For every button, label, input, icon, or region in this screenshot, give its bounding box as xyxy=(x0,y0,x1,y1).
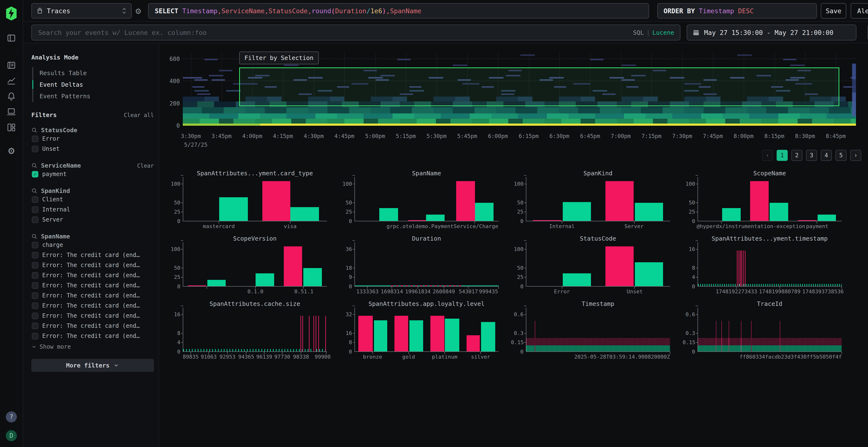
hyperdx-logo-icon[interactable] xyxy=(6,6,17,21)
top-bar: Traces ⚙ SELECT Timestamp,ServiceName,St… xyxy=(23,0,868,22)
filter-option[interactable]: charge xyxy=(31,240,154,250)
pagination-page-4[interactable]: 4 xyxy=(821,150,832,161)
pagination-prev-button[interactable]: ‹ xyxy=(762,150,773,161)
mini-y-tick: 0.3 xyxy=(683,330,695,336)
pagination-page-1[interactable]: 1 xyxy=(777,150,788,161)
alerts-bell-icon[interactable] xyxy=(7,92,16,101)
filter-option[interactable]: Error: The credit card (end… xyxy=(31,290,154,301)
filter-option[interactable]: Error: The credit card (end… xyxy=(31,270,154,280)
checkbox[interactable] xyxy=(32,216,38,223)
chart-explorer-icon[interactable] xyxy=(7,76,16,85)
checkbox[interactable] xyxy=(32,272,38,279)
mini-y-stub xyxy=(524,212,526,212)
filter-option[interactable]: Error: The credit card (end… xyxy=(31,331,154,341)
checkbox[interactable] xyxy=(32,262,38,269)
filter-option[interactable]: Error: The credit card (end… xyxy=(31,321,154,331)
mini-chart-scope-name: ScopeName10050250@hyperdx/instrumentatio… xyxy=(683,170,851,233)
time-selection-rectangle[interactable] xyxy=(239,67,839,106)
filter-option[interactable]: Error: The credit card (end… xyxy=(31,311,154,321)
mini-chart-axis-cap xyxy=(181,306,183,306)
mini-y-tick: 16 xyxy=(340,330,352,336)
dashboards-icon[interactable] xyxy=(7,123,16,132)
mini-x-label: gold xyxy=(402,354,415,360)
checkbox[interactable] xyxy=(32,323,38,329)
mini-y-tick: 0 xyxy=(340,283,352,289)
mini-bar-baseline xyxy=(207,280,226,286)
filter-option[interactable]: Server xyxy=(31,215,154,225)
panel-toggle-icon[interactable] xyxy=(7,33,16,43)
select-clause-input[interactable]: SELECT Timestamp,ServiceName,StatusCode,… xyxy=(148,3,649,19)
checkbox[interactable] xyxy=(32,206,38,213)
language-lucene[interactable]: Lucene xyxy=(652,29,674,36)
filter-option[interactable]: Error: The credit card (end… xyxy=(31,250,154,260)
checkbox[interactable] xyxy=(32,313,38,319)
checkbox[interactable] xyxy=(32,293,38,299)
mini-y-tick: 50 xyxy=(168,200,180,206)
settings-gear-icon[interactable]: ⚙ xyxy=(8,145,15,156)
mini-chart-title: StatusCode xyxy=(526,235,670,242)
calendar-icon xyxy=(692,29,700,36)
filter-option[interactable]: Error: The credit card (end… xyxy=(31,280,154,290)
clear-all-link[interactable]: Clear all xyxy=(124,112,154,118)
order-by-input[interactable]: ORDER BY Timestamp DESC xyxy=(657,3,817,19)
pagination-page-3[interactable]: 3 xyxy=(806,150,817,161)
analysis-mode-results-table[interactable]: Results Table xyxy=(33,67,154,79)
mini-green-comb xyxy=(698,284,842,286)
mini-y-stub xyxy=(353,249,355,249)
filter-group-header: SpanName xyxy=(31,233,154,240)
checkbox-checked[interactable]: ✓ xyxy=(32,171,38,177)
checkbox[interactable] xyxy=(32,146,38,152)
more-filters-button[interactable]: More filters xyxy=(31,359,154,372)
clear-filter-link[interactable]: Clear xyxy=(137,163,154,169)
source-select[interactable]: Traces xyxy=(31,3,132,19)
checkbox[interactable] xyxy=(32,282,38,289)
mini-bar-baseline xyxy=(379,208,398,221)
mini-x-stub xyxy=(207,286,207,289)
date-range-picker[interactable]: May 27 15:30:00 - May 27 21:00:00 xyxy=(687,25,857,40)
filter-group-spankind: SpanKindClientInternalServer xyxy=(31,187,154,225)
language-sql[interactable]: SQL xyxy=(633,29,644,36)
mini-x-label: 1748192273433 xyxy=(716,288,757,295)
filter-by-selection-tooltip[interactable]: Filter by Selection xyxy=(239,51,319,64)
checkbox[interactable] xyxy=(32,303,38,309)
filter-option[interactable]: Client xyxy=(31,194,154,204)
filter-option[interactable]: Unset xyxy=(31,144,154,154)
show-more-link[interactable]: Show more xyxy=(31,342,154,352)
query-settings-gear-icon[interactable]: ⚙ xyxy=(135,6,141,15)
alerts-button[interactable]: Alerts xyxy=(850,3,868,19)
mini-y-stub xyxy=(524,277,526,277)
checkbox[interactable] xyxy=(32,196,38,203)
filter-option[interactable]: Error: The credit card (end… xyxy=(31,301,154,311)
heatmap-x-tick: 6:00pm xyxy=(488,133,508,139)
mini-y-stub xyxy=(181,203,183,203)
search-results-icon[interactable] xyxy=(7,61,16,70)
sql-token: SpanName xyxy=(390,7,421,15)
mini-x-label: 1748393738536 xyxy=(802,288,844,295)
mini-y-stub xyxy=(181,333,183,334)
mini-chart-title: SpanAttributes...yment.timestamp xyxy=(698,235,842,242)
mini-y-stub xyxy=(181,342,183,343)
chevron-down-icon xyxy=(31,344,37,349)
pagination-next-button[interactable]: › xyxy=(850,150,861,161)
checkbox[interactable] xyxy=(32,242,38,248)
mini-y-stub xyxy=(696,277,698,277)
checkbox[interactable] xyxy=(32,136,38,142)
mini-y-stub xyxy=(181,268,183,268)
filter-option[interactable]: ✓payment xyxy=(31,169,154,179)
heatmap-x-tick: 5:30pm xyxy=(427,133,446,139)
filter-option[interactable]: Error xyxy=(31,134,154,144)
checkbox[interactable] xyxy=(32,252,38,259)
help-button[interactable]: ? xyxy=(6,411,17,422)
filter-option[interactable]: Error: The credit card (end… xyxy=(31,260,154,270)
analysis-mode-event-patterns[interactable]: Event Patterns xyxy=(33,90,154,102)
filter-option[interactable]: Internal xyxy=(31,204,154,215)
user-avatar[interactable]: D xyxy=(6,430,17,441)
sessions-icon[interactable] xyxy=(7,107,16,116)
mini-bar-selection xyxy=(262,181,290,221)
pagination-page-2[interactable]: 2 xyxy=(791,150,802,161)
pagination-page-5[interactable]: 5 xyxy=(835,150,846,161)
checkbox[interactable] xyxy=(32,333,38,339)
save-button[interactable]: Save xyxy=(821,3,846,19)
search-input[interactable] xyxy=(38,29,628,37)
analysis-mode-event-deltas[interactable]: Event Deltas xyxy=(33,79,154,90)
